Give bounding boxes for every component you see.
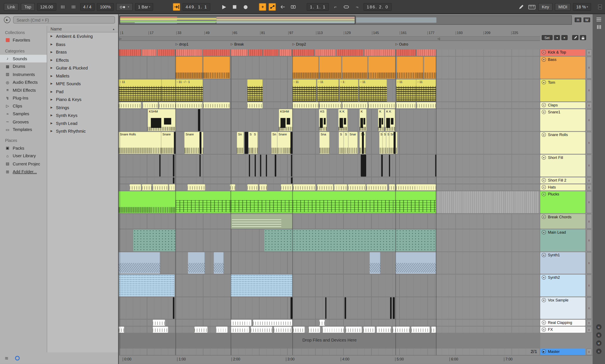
panel-toggle-a[interactable]: A [596, 349, 602, 354]
clip-synth2[interactable] [119, 274, 175, 297]
clip-main-lead[interactable] [396, 229, 436, 251]
clip-hats[interactable] [169, 184, 175, 190]
unfold-icon[interactable]: ≡ [542, 185, 546, 189]
clip-tom[interactable]: - 11 - / - 1 [176, 79, 203, 101]
folder-item-guitar-plucked[interactable]: ▶Guitar & Plucked [47, 64, 118, 72]
clip-kick-top[interactable] [203, 49, 230, 56]
track-header-fx[interactable]: ≡FX [540, 327, 585, 333]
clip-synth1[interactable] [396, 252, 436, 274]
track-lane-plucks[interactable] [119, 191, 540, 213]
sync-status-icon[interactable] [15, 356, 20, 360]
folder-item-mallets[interactable]: ▶Mallets [47, 72, 118, 80]
clip-kick-top[interactable] [249, 49, 262, 56]
clip-vox-sample[interactable] [325, 297, 326, 319]
bar-number[interactable]: 225 [511, 31, 518, 35]
bar-number[interactable]: 113 [316, 31, 323, 35]
sidebar-item-templates[interactable]: ▭Templates [0, 126, 47, 134]
clip-claps[interactable] [342, 102, 368, 108]
clip-kick-top[interactable] [417, 49, 436, 56]
clip-vox-sample[interactable] [390, 297, 391, 319]
sidebar-item-grooves[interactable]: ∼Grooves [0, 118, 47, 126]
track-lane-vox-sample[interactable] [119, 297, 540, 319]
clip-plucks[interactable] [292, 191, 395, 213]
clip-plucks[interactable] [437, 191, 539, 213]
folder-item-synth-keys[interactable]: ▶Synth Keys [47, 111, 118, 119]
clip-snare1[interactable]: KS [319, 109, 327, 131]
clip-fx[interactable] [274, 327, 292, 333]
clip-snare-rolls[interactable]: S [386, 132, 390, 154]
track-header-real-clapping[interactable]: ≡Real Clapping [540, 320, 585, 326]
clip-short-fill[interactable] [291, 155, 292, 177]
folder-item-effects[interactable]: ▶Effects [47, 56, 118, 64]
clip-claps[interactable] [320, 102, 342, 108]
clip-vox-sample[interactable] [345, 297, 346, 319]
fold-icon[interactable]: ▾ [542, 230, 546, 234]
track-lane-tom[interactable]: - 11- 11 - / - 1- 11- 11- 1:- 11- 11- 11 [119, 79, 540, 101]
folder-item-brass[interactable]: ▶Brass [47, 48, 118, 56]
fold-icon[interactable]: ▾ [542, 57, 546, 62]
track-resize-handle[interactable]: ‖ [587, 155, 592, 177]
expand-arrow-icon[interactable]: ▶ [51, 130, 54, 133]
clip-fx[interactable] [231, 327, 249, 333]
track-resize-handle[interactable]: ‖ [587, 229, 592, 251]
clip-snare-rolls[interactable]: S [339, 132, 344, 154]
clip-kick-top[interactable] [142, 49, 157, 56]
unfold-icon[interactable]: ≡ [542, 103, 546, 107]
clip-fx[interactable] [346, 327, 362, 333]
clip-real-clapping[interactable] [231, 320, 252, 326]
expand-arrow-icon[interactable]: ▶ [51, 106, 54, 109]
track-lane-bass[interactable] [119, 57, 540, 79]
clip-kick-top[interactable] [176, 49, 202, 56]
clip-fx[interactable] [323, 327, 344, 333]
track-header-tom[interactable]: ▾Tom [540, 79, 585, 101]
expand-arrow-icon[interactable]: ▶ [51, 98, 54, 101]
track-resize-handle[interactable]: ‖ [587, 132, 592, 154]
clip-hats[interactable] [281, 184, 292, 190]
clip-snare-rolls[interactable]: Snare [161, 132, 174, 154]
midi-arrangement-overdub-button[interactable]: + [259, 3, 266, 11]
clip-tom[interactable]: - 11 [359, 79, 387, 101]
record-button[interactable] [241, 3, 250, 11]
clip-synth1[interactable] [188, 252, 205, 274]
track-header-claps[interactable]: ≡Claps [540, 102, 585, 108]
clip-fx[interactable] [153, 327, 168, 333]
clip-fx[interactable] [293, 327, 305, 333]
clip-snare-rolls[interactable] [200, 132, 202, 154]
optimize-width-button[interactable]: W [583, 17, 591, 23]
clip-snare-rolls[interactable] [244, 132, 248, 154]
set-locator-button[interactable]: Set [542, 35, 552, 40]
clip-fx[interactable] [411, 327, 430, 333]
arrangement-options-menu-button[interactable] [595, 17, 603, 22]
clip-short-fill-2[interactable] [173, 177, 174, 183]
track-header-synth1[interactable]: ▾Synth1 [540, 252, 585, 274]
track-header-master[interactable]: ▶Master [540, 349, 585, 355]
sidebar-item-drums[interactable]: ▦Drums [0, 63, 47, 71]
clip-kick-top[interactable] [119, 49, 141, 56]
bar-number[interactable]: 49 [204, 31, 209, 35]
clip-short-fill[interactable] [435, 155, 437, 177]
bar-number[interactable]: 81 [260, 31, 265, 35]
unfold-icon[interactable]: ≡ [542, 50, 546, 54]
bar-number[interactable]: 65 [232, 31, 237, 35]
clip-hats[interactable] [130, 184, 141, 190]
folder-item-bass[interactable]: ▶Bass [47, 40, 118, 48]
track-lane-master[interactable]: 2/1 [119, 349, 540, 355]
clip-snare1[interactable]: K K [385, 109, 395, 131]
clip-kick-top[interactable] [315, 49, 336, 56]
clip-plucks[interactable] [119, 191, 176, 213]
folder-item-synth-lead[interactable]: ▶Synth Lead [47, 119, 118, 127]
bar-number[interactable]: 209 [483, 31, 490, 35]
bar-number[interactable]: 193 [456, 31, 463, 35]
clip-short-fill-2[interactable] [291, 177, 292, 183]
clip-snare-rolls[interactable]: S [379, 132, 383, 154]
track-lane-snare1[interactable]: KSHMKSHMKSK KKKK K [119, 109, 540, 131]
track-resize-handle[interactable]: ‖ [587, 349, 592, 355]
bar-number[interactable]: 17 [148, 31, 154, 35]
re-enable-automation-button[interactable] [278, 3, 287, 11]
clip-vox-sample[interactable] [393, 297, 395, 319]
track-resize-handle[interactable]: ‖ [587, 57, 592, 79]
expand-arrow-icon[interactable]: ▶ [51, 43, 54, 46]
arrangement-overview[interactable] [119, 15, 572, 25]
clip-snare-rolls[interactable]: S [253, 132, 258, 154]
waveform-status-icon[interactable]: ≋ [5, 355, 8, 361]
